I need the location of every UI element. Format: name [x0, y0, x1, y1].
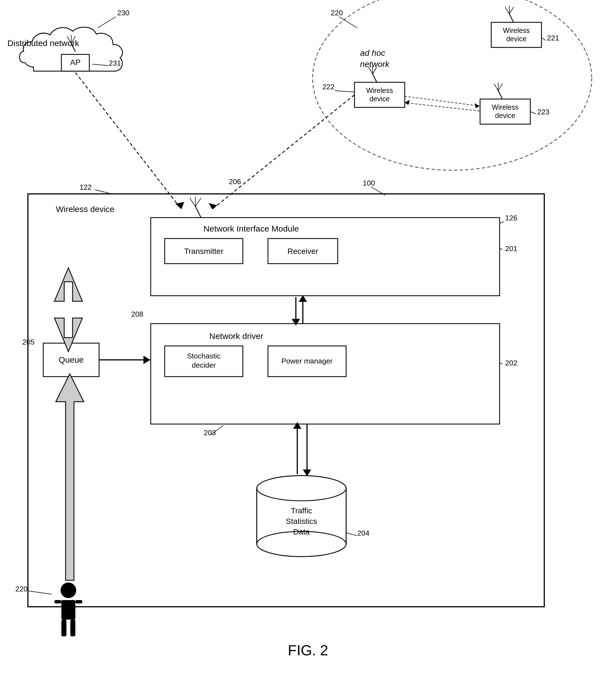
svg-text:221: 221 — [547, 34, 559, 42]
svg-text:Wireless: Wireless — [366, 87, 393, 94]
svg-marker-44 — [475, 103, 480, 108]
svg-text:Wireless: Wireless — [492, 103, 519, 111]
svg-text:203: 203 — [204, 429, 216, 437]
svg-line-37 — [498, 91, 502, 99]
svg-text:Data: Data — [293, 528, 310, 536]
svg-text:device: device — [370, 95, 390, 103]
svg-line-43 — [405, 96, 480, 106]
svg-text:Queue: Queue — [59, 355, 84, 364]
svg-point-84 — [257, 476, 346, 501]
svg-text:Wireless: Wireless — [503, 26, 530, 34]
svg-line-8 — [98, 17, 116, 28]
svg-point-116 — [61, 582, 76, 598]
svg-text:Network driver: Network driver — [209, 331, 263, 341]
svg-line-109 — [212, 95, 354, 209]
svg-marker-46 — [405, 100, 410, 105]
svg-text:Wireless device: Wireless device — [56, 205, 114, 214]
svg-text:208: 208 — [131, 310, 143, 318]
svg-text:AP: AP — [70, 58, 80, 67]
svg-text:220: 220 — [15, 585, 27, 593]
svg-text:231: 231 — [109, 59, 121, 67]
svg-line-45 — [405, 103, 480, 111]
svg-rect-119 — [75, 600, 82, 603]
svg-text:220: 220 — [331, 9, 343, 17]
svg-line-42 — [530, 112, 536, 114]
svg-line-20 — [505, 7, 509, 14]
svg-text:Network Interface Module: Network Interface Module — [203, 224, 299, 233]
svg-text:201: 201 — [505, 244, 517, 253]
svg-rect-117 — [62, 600, 75, 620]
svg-text:Receiver: Receiver — [288, 247, 318, 255]
svg-text:205: 205 — [22, 338, 34, 346]
svg-text:206: 206 — [229, 178, 241, 186]
svg-text:Distributed network: Distributed network — [8, 38, 80, 48]
figure-label: FIG. 2 — [288, 642, 328, 659]
svg-text:decider: decider — [192, 361, 216, 369]
svg-text:230: 230 — [117, 9, 129, 17]
svg-line-15 — [339, 17, 357, 28]
diagram: Distributed network AP 230 231 ad hoc ne… — [0, 0, 616, 674]
svg-line-28 — [373, 74, 377, 82]
svg-text:ad hoc: ad hoc — [360, 48, 385, 58]
svg-text:222: 222 — [322, 83, 334, 91]
svg-rect-120 — [62, 620, 67, 636]
svg-text:223: 223 — [537, 108, 549, 116]
svg-text:126: 126 — [505, 214, 517, 222]
svg-line-19 — [509, 14, 514, 22]
svg-line-33 — [335, 91, 354, 92]
svg-text:100: 100 — [363, 179, 375, 187]
svg-text:Statistics: Statistics — [286, 517, 317, 526]
svg-text:204: 204 — [357, 529, 369, 537]
svg-text:Transmitter: Transmitter — [184, 247, 224, 255]
svg-text:device: device — [495, 112, 515, 119]
svg-text:202: 202 — [505, 359, 517, 367]
svg-text:Power manager: Power manager — [281, 357, 333, 365]
svg-line-22 — [509, 7, 514, 14]
svg-rect-118 — [55, 600, 62, 603]
svg-text:network: network — [360, 60, 390, 69]
svg-text:122: 122 — [80, 183, 92, 191]
svg-line-40 — [498, 84, 502, 91]
svg-text:Traffic: Traffic — [291, 507, 312, 515]
svg-line-24 — [541, 38, 546, 40]
svg-text:Stochastic: Stochastic — [187, 352, 220, 360]
svg-line-38 — [494, 84, 498, 91]
svg-text:device: device — [506, 35, 526, 43]
svg-rect-121 — [70, 620, 75, 636]
